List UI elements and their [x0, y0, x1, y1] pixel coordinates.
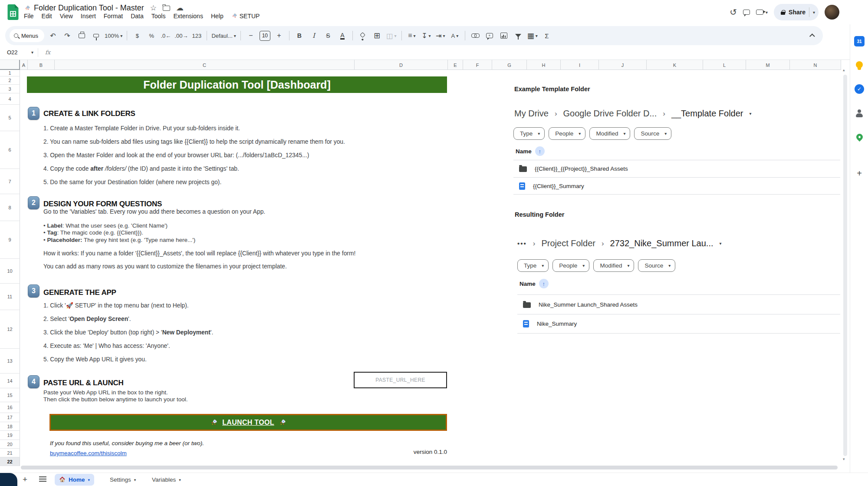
text-color-button[interactable]: A [337, 30, 348, 42]
menu-item-setup[interactable]: SETUP [227, 12, 264, 20]
keep-icon[interactable] [854, 59, 865, 70]
row-header[interactable]: 12 [0, 310, 20, 349]
launch-tool-button[interactable]: LAUNCH TOOL [49, 414, 447, 431]
menu-item[interactable]: Tools [148, 12, 170, 20]
row-header[interactable]: 4 [0, 93, 20, 105]
insert-comment-button[interactable]: + [484, 30, 495, 42]
insert-link-button[interactable] [470, 30, 481, 42]
file-row[interactable]: Nike_Summer Launch_Shared Assets [517, 294, 840, 314]
filter-chip[interactable]: People▾ [549, 127, 585, 140]
menu-item[interactable]: Extensions [169, 12, 207, 20]
row-header[interactable]: 1 [0, 70, 20, 76]
undo-button[interactable]: ↶ [47, 30, 59, 42]
sheets-logo-icon[interactable] [7, 4, 19, 20]
column-header[interactable]: K [647, 60, 703, 70]
chevron-down-icon[interactable]: ▾ [31, 50, 33, 55]
tasks-icon[interactable]: ✓ [854, 83, 865, 95]
row-header[interactable]: 3 [0, 85, 20, 93]
buymeacoffee-link[interactable]: buymeacoffee.com/thisiscolm [50, 450, 127, 456]
chevron-down-icon[interactable]: ▾ [179, 478, 181, 482]
row-header[interactable]: 19 [0, 431, 20, 440]
chevron-down-icon[interactable]: ▾ [750, 111, 752, 116]
filter-chip[interactable]: Modified▾ [593, 259, 634, 272]
create-filter-button[interactable] [513, 30, 524, 42]
filter-chip[interactable]: Modified▾ [589, 127, 630, 140]
row-header[interactable]: 6 [0, 131, 20, 169]
percent-format-button[interactable]: % [146, 30, 157, 42]
merge-cells-button[interactable]: ◫▾ [386, 30, 397, 42]
row-header[interactable]: 21 [0, 449, 20, 457]
horizontal-scrollbar[interactable] [21, 466, 838, 469]
row-header[interactable]: 16 [0, 402, 20, 413]
comments-icon[interactable] [743, 10, 750, 15]
add-sheet-button[interactable]: + [23, 475, 27, 484]
all-sheets-button[interactable] [39, 476, 46, 482]
filter-chip[interactable]: People▾ [552, 259, 589, 272]
column-header[interactable]: F [463, 60, 492, 70]
currency-format-button[interactable]: $ [132, 30, 143, 42]
add-addon-button[interactable]: + [854, 168, 865, 179]
insert-chart-button[interactable] [498, 30, 510, 42]
vertical-scrollbar[interactable] [843, 75, 847, 456]
filter-chip[interactable]: Type▾ [513, 127, 545, 140]
chevron-down-icon[interactable]: ▾ [134, 478, 136, 482]
functions-button[interactable]: Σ [541, 30, 552, 42]
horizontal-align-button[interactable]: ≡▾ [406, 30, 418, 42]
sort-ascending-icon[interactable]: ↑ [535, 146, 545, 156]
row-header[interactable]: 14 [0, 374, 20, 388]
column-header[interactable]: J [599, 60, 647, 70]
row-header[interactable]: 15 [0, 388, 20, 402]
column-header[interactable]: I [561, 60, 599, 70]
strikethrough-button[interactable]: S [322, 30, 334, 42]
bold-button[interactable]: B [294, 30, 305, 42]
column-header[interactable]: D [355, 60, 448, 70]
document-title[interactable]: Folder Duplication Tool - Master [34, 3, 144, 13]
resulting-sort-header[interactable]: Name ↑ [519, 279, 549, 288]
row-header[interactable]: 17 [0, 413, 20, 422]
row-header[interactable]: 20 [0, 440, 20, 449]
calendar-icon[interactable]: 31 [854, 36, 865, 47]
example-sort-header[interactable]: Name ↑ [516, 146, 545, 156]
sort-ascending-icon[interactable]: ↑ [539, 279, 549, 288]
print-button[interactable] [76, 30, 87, 42]
menu-item[interactable]: View [56, 12, 77, 20]
menu-item[interactable]: Edit [38, 12, 56, 20]
file-row[interactable]: {{Client}}_Summary [513, 177, 840, 195]
menus-search-button[interactable]: Menus [10, 29, 44, 42]
font-size-input[interactable]: 10 [260, 31, 270, 41]
contacts-icon[interactable] [854, 108, 865, 119]
menu-item[interactable]: Data [127, 12, 148, 20]
scroll-up-icon[interactable]: ▴ [843, 68, 845, 72]
row-header[interactable]: 11 [0, 284, 20, 310]
menu-item[interactable]: Help [207, 12, 227, 20]
menu-item[interactable]: Insert [77, 12, 100, 20]
row-header[interactable]: 2 [0, 76, 20, 85]
filter-chip[interactable]: Type▾ [517, 259, 549, 272]
row-header[interactable]: 13 [0, 349, 20, 374]
pivot-table-button[interactable]: ▦▾ [527, 30, 538, 42]
chevron-down-icon[interactable]: ▾ [720, 241, 722, 246]
chevron-down-icon[interactable]: ▾ [88, 478, 90, 482]
increase-decimal-button[interactable]: .00→ [174, 30, 188, 42]
collapse-toolbar-icon[interactable] [809, 33, 815, 39]
scroll-down-icon[interactable]: ▾ [843, 457, 845, 461]
avatar[interactable] [825, 5, 839, 20]
row-header[interactable]: 8 [0, 194, 20, 221]
star-icon[interactable]: ☆ [150, 3, 157, 13]
number-format-button[interactable]: 123 [191, 30, 202, 42]
column-header[interactable]: C [55, 60, 355, 70]
chevron-down-icon[interactable]: ▾ [813, 10, 815, 15]
decrease-font-size-button[interactable]: − [245, 30, 256, 42]
breadcrumb-current-folder[interactable]: 2732_Nike_Summer Lau... [610, 238, 713, 248]
tab-variables[interactable]: Variables ▾ [148, 474, 185, 486]
breadcrumb-my-drive[interactable]: My Drive [514, 109, 549, 119]
file-row[interactable]: Nike_Summary [517, 314, 840, 334]
paint-format-button[interactable] [90, 30, 102, 42]
column-header[interactable]: H [527, 60, 561, 70]
menu-item[interactable]: Format [100, 12, 127, 20]
vertical-align-button[interactable]: ↧▾ [421, 30, 432, 42]
paste-url-box[interactable]: PASTE_URL_HERE [354, 372, 447, 388]
redo-button[interactable]: ↷ [62, 30, 73, 42]
decrease-decimal-button[interactable]: .0← [160, 30, 171, 42]
version-history-icon[interactable]: ↺ [730, 7, 737, 17]
